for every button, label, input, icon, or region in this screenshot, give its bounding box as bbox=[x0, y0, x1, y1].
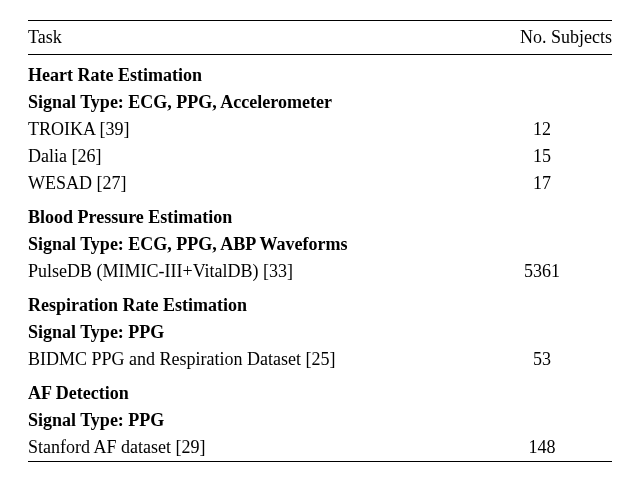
table-row: Dalia [26] 15 bbox=[28, 143, 612, 170]
dataset-label: WESAD [27] bbox=[28, 170, 472, 197]
group-title-row: AF Detection bbox=[28, 373, 612, 407]
col-task: Task bbox=[28, 21, 472, 55]
group-signal: Signal Type: ECG, PPG, ABP Waveforms bbox=[28, 231, 472, 258]
empty-cell bbox=[472, 197, 612, 231]
empty-cell bbox=[472, 373, 612, 407]
dataset-table: Task No. Subjects Heart Rate Estimation … bbox=[28, 20, 612, 462]
dataset-value: 5361 bbox=[472, 258, 612, 285]
empty-cell bbox=[472, 319, 612, 346]
empty-cell bbox=[472, 407, 612, 434]
group-title-row: Blood Pressure Estimation bbox=[28, 197, 612, 231]
dataset-label: Dalia [26] bbox=[28, 143, 472, 170]
empty-cell bbox=[472, 89, 612, 116]
table: Task No. Subjects Heart Rate Estimation … bbox=[28, 20, 612, 462]
empty-cell bbox=[472, 285, 612, 319]
group-signal: Signal Type: ECG, PPG, Accelerometer bbox=[28, 89, 472, 116]
table-row: Stanford AF dataset [29] 148 bbox=[28, 434, 612, 462]
group-signal-row: Signal Type: PPG bbox=[28, 407, 612, 434]
dataset-label: Stanford AF dataset [29] bbox=[28, 434, 472, 462]
table-row: TROIKA [39] 12 bbox=[28, 116, 612, 143]
empty-cell bbox=[472, 55, 612, 89]
group-signal: Signal Type: PPG bbox=[28, 407, 472, 434]
dataset-label: BIDMC PPG and Respiration Dataset [25] bbox=[28, 346, 472, 373]
col-subjects: No. Subjects bbox=[472, 21, 612, 55]
group-title-row: Heart Rate Estimation bbox=[28, 55, 612, 89]
table-row: BIDMC PPG and Respiration Dataset [25] 5… bbox=[28, 346, 612, 373]
table-row: PulseDB (MIMIC-III+VitalDB) [33] 5361 bbox=[28, 258, 612, 285]
header-row: Task No. Subjects bbox=[28, 21, 612, 55]
table-row: WESAD [27] 17 bbox=[28, 170, 612, 197]
dataset-value: 17 bbox=[472, 170, 612, 197]
dataset-label: TROIKA [39] bbox=[28, 116, 472, 143]
dataset-value: 12 bbox=[472, 116, 612, 143]
dataset-value: 53 bbox=[472, 346, 612, 373]
dataset-label: PulseDB (MIMIC-III+VitalDB) [33] bbox=[28, 258, 472, 285]
empty-cell bbox=[472, 231, 612, 258]
group-signal-row: Signal Type: ECG, PPG, Accelerometer bbox=[28, 89, 612, 116]
group-title: AF Detection bbox=[28, 373, 472, 407]
group-title: Respiration Rate Estimation bbox=[28, 285, 472, 319]
group-signal: Signal Type: PPG bbox=[28, 319, 472, 346]
dataset-value: 15 bbox=[472, 143, 612, 170]
group-title-row: Respiration Rate Estimation bbox=[28, 285, 612, 319]
group-title: Heart Rate Estimation bbox=[28, 55, 472, 89]
group-title: Blood Pressure Estimation bbox=[28, 197, 472, 231]
group-signal-row: Signal Type: ECG, PPG, ABP Waveforms bbox=[28, 231, 612, 258]
dataset-value: 148 bbox=[472, 434, 612, 462]
group-signal-row: Signal Type: PPG bbox=[28, 319, 612, 346]
